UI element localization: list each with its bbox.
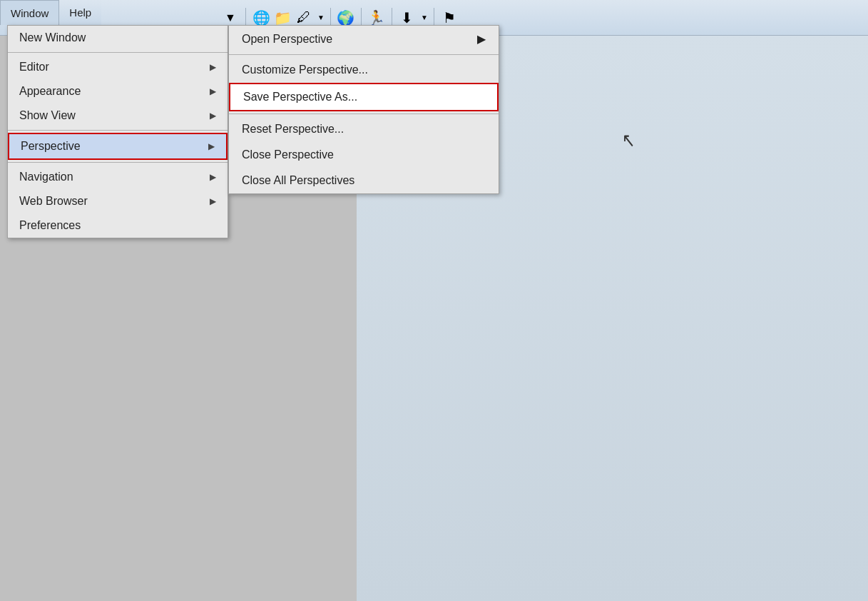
submenu-item-close-all-perspectives[interactable]: Close All Perspectives: [229, 168, 499, 193]
perspective-arrow-icon: ▶: [208, 141, 215, 151]
download-icon[interactable]: ⬇: [398, 9, 417, 27]
menu-item-perspective[interactable]: Perspective ▶: [8, 133, 228, 160]
submenu-divider-2: [229, 113, 499, 114]
menu-item-preferences[interactable]: Preferences: [8, 213, 228, 238]
brush-dropdown-icon[interactable]: ▼: [317, 14, 325, 21]
submenu-item-save-perspective-as[interactable]: Save Perspective As...: [229, 83, 499, 111]
submenu-item-reset-perspective[interactable]: Reset Perspective...: [229, 116, 499, 142]
window-dropdown-menu: New Window Editor ▶ Appearance ▶ Show Vi…: [7, 25, 228, 238]
download-dropdown-icon[interactable]: ▼: [421, 14, 428, 21]
divider-3: [8, 162, 228, 163]
navigation-arrow-icon: ▶: [210, 172, 216, 182]
show-view-arrow-icon: ▶: [210, 111, 216, 121]
flag-icon[interactable]: ⚑: [440, 9, 459, 27]
menu-item-navigation[interactable]: Navigation ▶: [8, 165, 228, 189]
divider-1: [8, 52, 228, 53]
submenu-item-customize-perspective[interactable]: Customize Perspective...: [229, 57, 499, 83]
submenu-divider-1: [229, 54, 499, 55]
menubar: Window Help: [0, 0, 101, 25]
submenu-item-close-perspective[interactable]: Close Perspective: [229, 142, 499, 168]
open-folder-icon[interactable]: 📁: [273, 9, 292, 27]
menu-help[interactable]: Help: [59, 0, 101, 25]
menu-window[interactable]: Window: [0, 0, 59, 25]
person-run-icon[interactable]: 🏃: [367, 9, 386, 27]
menu-item-show-view[interactable]: Show View ▶: [8, 103, 228, 128]
editor-arrow-icon: ▶: [210, 62, 216, 72]
menu-item-new-window[interactable]: New Window: [8, 26, 228, 50]
perspective-submenu: Open Perspective ▶ Customize Perspective…: [228, 25, 499, 194]
globe2-icon[interactable]: 🌍: [337, 9, 355, 27]
submenu-item-open-perspective[interactable]: Open Perspective ▶: [229, 26, 499, 52]
menu-item-web-browser[interactable]: Web Browser ▶: [8, 189, 228, 213]
open-perspective-arrow-icon: ▶: [477, 32, 486, 46]
menu-item-appearance[interactable]: Appearance ▶: [8, 79, 228, 103]
dropdown-arrow-icon[interactable]: ▼: [221, 9, 240, 27]
globe-package-icon[interactable]: 🌐: [252, 9, 270, 27]
brush-icon[interactable]: 🖊: [295, 9, 313, 27]
cursor-icon: ↖: [622, 128, 635, 152]
appearance-arrow-icon: ▶: [210, 86, 216, 96]
menu-item-editor[interactable]: Editor ▶: [8, 55, 228, 79]
divider-2: [8, 130, 228, 131]
web-browser-arrow-icon: ▶: [210, 196, 216, 206]
